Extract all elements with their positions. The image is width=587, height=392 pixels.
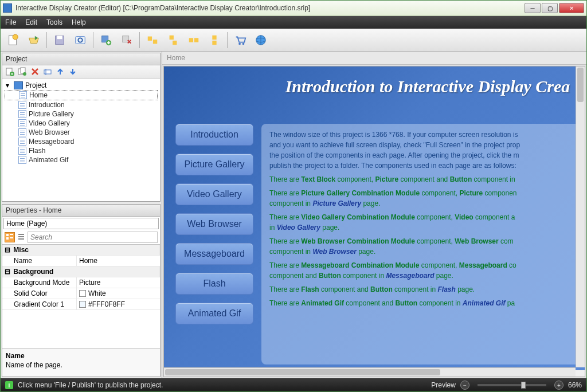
page-icon <box>18 119 26 127</box>
svg-rect-28 <box>10 234 13 235</box>
prop-name-value[interactable]: Home <box>77 256 160 266</box>
tree-root[interactable]: ▾Project <box>5 81 158 90</box>
prop-solid-label: Solid Color <box>2 288 77 299</box>
svg-rect-26 <box>6 234 9 236</box>
nav-web-browser[interactable]: Web Browser <box>175 213 253 235</box>
zoom-slider[interactable] <box>478 384 546 386</box>
zoom-out-button[interactable]: − <box>460 381 469 390</box>
svg-point-17 <box>238 42 241 45</box>
cart-button[interactable] <box>231 31 249 49</box>
page-icon <box>18 156 26 164</box>
open-button[interactable] <box>25 31 43 49</box>
preview-label[interactable]: Preview <box>431 381 456 389</box>
page-icon <box>18 110 26 118</box>
svg-point-18 <box>242 42 245 45</box>
delete-page-icon[interactable] <box>30 66 40 77</box>
alphabetical-view-icon[interactable] <box>16 232 26 242</box>
align-4-button[interactable] <box>205 31 224 49</box>
nav-picture-gallery[interactable]: Picture Gallery <box>175 154 253 175</box>
minimize-button[interactable]: ─ <box>525 3 541 13</box>
prop-grad1-label: Gradient Color 1 <box>2 299 77 309</box>
titlebar: Interactive Display Creator (Editor) [C:… <box>1 1 586 16</box>
menu-help[interactable]: Help <box>72 18 86 26</box>
delete-component-button[interactable] <box>118 31 136 49</box>
menu-file[interactable]: File <box>5 18 16 26</box>
add-page-icon[interactable] <box>5 66 15 77</box>
status-tip: Click menu 'File / Publish' to publish t… <box>18 381 163 389</box>
window-title: Interactive Display Creator (Editor) [C:… <box>15 4 525 12</box>
align-1-button[interactable] <box>143 31 162 49</box>
move-down-icon[interactable] <box>68 66 78 77</box>
duplicate-page-icon[interactable] <box>17 66 28 77</box>
rename-page-icon[interactable] <box>42 66 53 77</box>
prop-bgmode-value[interactable]: Picture <box>77 277 160 288</box>
prop-name-label: Name <box>2 256 77 266</box>
statusbar: i Click menu 'File / Publish' to publish… <box>1 378 586 392</box>
tree-item-introduction[interactable]: Introduction <box>5 100 158 109</box>
tree-item-animated-gif[interactable]: Animated Gif <box>5 155 158 164</box>
prop-solid-value[interactable]: White <box>77 288 160 299</box>
content-text-block[interactable]: The window size of this project is 1366 … <box>261 124 585 364</box>
svg-point-1 <box>13 34 18 39</box>
move-up-icon[interactable] <box>55 66 65 77</box>
tree-item-flash[interactable]: Flash <box>5 146 158 155</box>
tree-item-video-gallery[interactable]: Video Gallery <box>5 119 158 128</box>
svg-rect-15 <box>212 35 216 39</box>
nav-video-gallery[interactable]: Video Gallery <box>175 183 253 205</box>
svg-rect-13 <box>189 38 193 42</box>
svg-rect-10 <box>153 40 157 44</box>
maximize-button[interactable]: ▢ <box>542 3 558 13</box>
menu-edit[interactable]: Edit <box>25 18 37 26</box>
preview-button[interactable] <box>71 31 89 49</box>
canvas-viewport[interactable]: Introduction to Interactive Display Crea… <box>163 66 585 377</box>
menubar: File Edit Tools Help <box>1 16 586 29</box>
svg-rect-25 <box>44 70 51 74</box>
tree-item-home[interactable]: Home <box>5 90 158 100</box>
nav-messageboard[interactable]: Messageboard <box>175 243 253 265</box>
properties-grid[interactable]: ⊟ Misc NameHome ⊟ Background Background … <box>2 245 160 348</box>
publish-button[interactable] <box>252 31 270 49</box>
menu-tools[interactable]: Tools <box>46 18 62 26</box>
properties-search-input[interactable] <box>28 232 158 243</box>
prop-bgmode-label: Background Mode <box>2 277 77 288</box>
tree-item-web-browser[interactable]: Web Browser <box>5 128 158 137</box>
page-icon <box>18 147 26 155</box>
save-button[interactable] <box>50 31 69 49</box>
properties-description: Name Name of the page. <box>2 348 160 377</box>
close-button[interactable]: ✕ <box>559 3 584 13</box>
svg-rect-9 <box>148 36 152 40</box>
svg-rect-8 <box>123 36 129 42</box>
categorized-view-icon[interactable] <box>5 232 15 242</box>
page-icon <box>18 128 26 136</box>
add-component-button[interactable] <box>97 31 115 49</box>
design-canvas[interactable]: Introduction to Interactive Display Crea… <box>164 66 585 370</box>
page-icon <box>18 101 26 109</box>
project-tree[interactable]: ▾Project Home Introduction Picture Galle… <box>2 79 160 201</box>
svg-rect-27 <box>6 237 9 240</box>
tree-item-picture-gallery[interactable]: Picture Gallery <box>5 109 158 119</box>
align-2-button[interactable] <box>164 31 182 49</box>
app-icon <box>3 3 12 13</box>
project-panel-header: Project <box>2 53 160 65</box>
project-icon <box>14 81 23 89</box>
properties-object-dropdown[interactable]: Home (Page) <box>3 218 159 229</box>
vertical-scrollbar[interactable] <box>576 66 585 367</box>
svg-rect-11 <box>170 35 174 39</box>
tree-item-messageboard[interactable]: Messageboard <box>5 137 158 146</box>
svg-rect-3 <box>57 36 62 38</box>
align-3-button[interactable] <box>185 31 203 49</box>
page-heading[interactable]: Introduction to Interactive Display Crea <box>164 66 585 101</box>
nav-animated-gif[interactable]: Animated Gif <box>175 303 253 324</box>
svg-rect-14 <box>194 38 198 42</box>
zoom-in-button[interactable]: + <box>554 381 563 390</box>
nav-introduction[interactable]: Introduction <box>175 124 253 146</box>
prop-grad1-value[interactable]: #FFF0F8FF <box>77 299 160 309</box>
new-button[interactable] <box>4 31 22 49</box>
project-panel-toolbar <box>2 65 160 79</box>
svg-point-24 <box>23 72 26 76</box>
svg-rect-12 <box>173 40 177 44</box>
page-icon <box>19 91 27 99</box>
nav-flash[interactable]: Flash <box>175 273 253 295</box>
horizontal-scrollbar[interactable] <box>164 367 576 377</box>
canvas-breadcrumb: Home <box>162 52 586 65</box>
